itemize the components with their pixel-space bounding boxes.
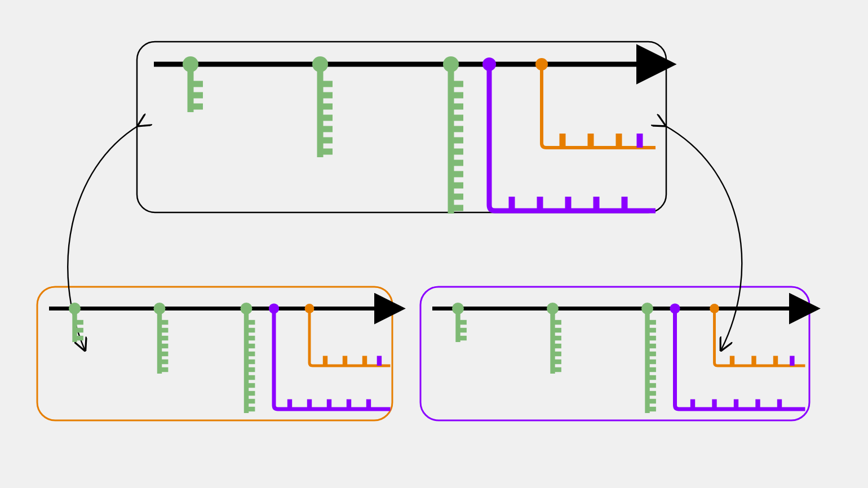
- green-comb-2: [312, 56, 333, 157]
- diagram-root: [0, 0, 868, 488]
- green-comb-2: [154, 303, 169, 374]
- orange-branch: [710, 304, 805, 366]
- purple-branch: [269, 303, 391, 409]
- orange-branch: [535, 58, 656, 148]
- orange-branch: [305, 304, 391, 366]
- purple-branch: [482, 57, 656, 211]
- green-comb-3: [241, 303, 255, 413]
- connector-left: [68, 125, 139, 349]
- timeline-top: [154, 56, 656, 214]
- purple-branch: [670, 303, 805, 409]
- timeline-bottom-left: [49, 303, 391, 413]
- green-comb-3: [443, 56, 463, 214]
- green-comb-2: [547, 303, 561, 374]
- panel-top: [137, 42, 666, 212]
- green-comb-3: [641, 303, 656, 413]
- timeline-bottom-right: [432, 303, 805, 413]
